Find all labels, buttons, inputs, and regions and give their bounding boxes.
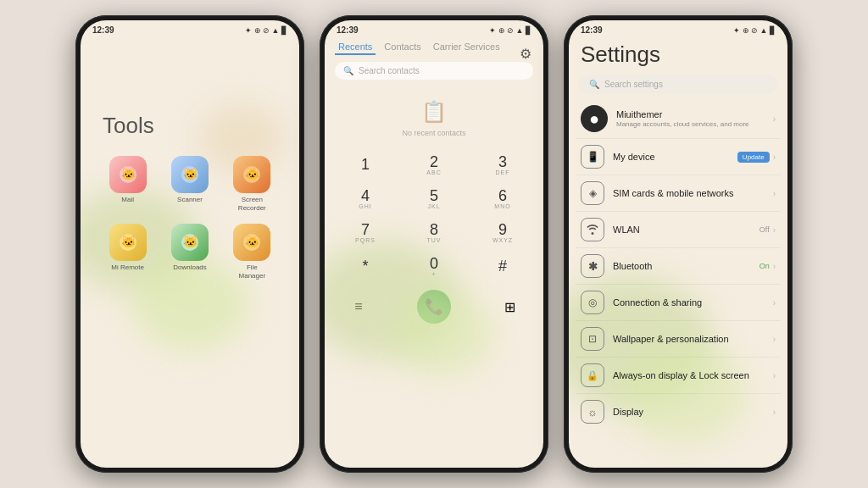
dialer-search-bar[interactable]: 🔍 Search contacts	[335, 62, 533, 80]
tab-carrier[interactable]: Carrier Services	[430, 40, 504, 55]
dial-key-1[interactable]: 1	[342, 149, 389, 180]
settings-item-mydevice[interactable]: 📱 My device Update ›	[576, 139, 781, 175]
settings-list: ● Miuithemer Manage accounts, cloud serv…	[569, 99, 787, 430]
connection-icon: ◎	[581, 291, 604, 314]
chevron-icon: ›	[773, 371, 776, 380]
dial-key-star[interactable]: *	[342, 251, 389, 281]
chevron-icon: ›	[773, 298, 776, 308]
miuithemer-sub: Manage accounts, cloud services, and mor…	[616, 120, 765, 128]
dial-row-3: 7PQRS 8TUV 9WXYZ	[342, 217, 526, 247]
dial-row-1: 1 2ABC 3DEF	[342, 149, 526, 180]
settings-item-wallpaper[interactable]: ⊡ Wallpaper & personalization ›	[576, 321, 781, 358]
dialer-tabs: Recents Contacts Carrier Services	[325, 36, 543, 58]
app-miremote-label: Mi Remote	[111, 263, 144, 272]
app-filemanager-icon[interactable]: 🐱 FileManager	[227, 224, 277, 280]
dial-row-4: * 0+ #	[342, 251, 526, 281]
app-recorder-icon[interactable]: 🐱 ScreenRecorder	[227, 156, 277, 212]
no-recents-label: No recent contacts	[402, 129, 465, 137]
status-icons-2: ✦ ⊕ ⊘ ▲ ▊	[489, 26, 531, 35]
sim-name: SIM cards & mobile networks	[613, 188, 765, 198]
dialpad: 1 2ABC 3DEF 4GHI 5JKL 6MNO 7PQRS 8TUV 9W…	[325, 146, 543, 281]
app-miremote-icon[interactable]: 🐱 Mi Remote	[103, 224, 153, 280]
no-recents-icon: 📋	[421, 100, 447, 124]
settings-item-wlan[interactable]: WLAN Off ›	[576, 212, 781, 248]
app-scanner-icon[interactable]: 🐱 Scanner	[164, 156, 214, 212]
mydevice-icon: 📱	[581, 145, 604, 169]
settings-search-placeholder: Search settings	[604, 80, 663, 89]
sim-icon: ◈	[581, 181, 604, 205]
chevron-icon: ›	[773, 114, 776, 124]
svg-text:🐱: 🐱	[120, 235, 136, 249]
settings-item-connection[interactable]: ◎ Connection & sharing ›	[576, 285, 781, 321]
status-bar-2: 12:39 ✦ ⊕ ⊘ ▲ ▊	[325, 20, 543, 36]
settings-search-bar[interactable]: 🔍 Search settings	[579, 75, 777, 94]
dial-menu-button[interactable]: ≡	[342, 290, 376, 324]
wlan-status: Off	[760, 225, 770, 234]
app-recorder-label: ScreenRecorder	[238, 196, 266, 212]
bluetooth-name: Bluetooth	[613, 261, 751, 271]
svg-text:🐱: 🐱	[245, 235, 260, 249]
gear-icon[interactable]: ⚙	[520, 46, 531, 62]
app-scanner-label: Scanner	[177, 196, 203, 204]
tab-contacts[interactable]: Contacts	[381, 40, 424, 55]
dial-call-button[interactable]: 📞	[417, 290, 451, 324]
chevron-icon: ›	[773, 335, 776, 344]
wallpaper-icon: ⊡	[581, 327, 604, 351]
dial-key-8[interactable]: 8TUV	[410, 217, 458, 247]
dial-key-7[interactable]: 7PQRS	[342, 217, 389, 247]
display-name: Display	[613, 407, 765, 417]
bluetooth-icon: ✱	[581, 254, 604, 278]
settings-item-miuithemer[interactable]: ● Miuithemer Manage accounts, cloud serv…	[576, 99, 781, 139]
lock-icon: 🔒	[581, 363, 604, 387]
status-bar-1: 12:39 ✦ ⊕ ⊘ ▲ ▊	[81, 20, 299, 36]
app-downloads-icon[interactable]: 🐱 Downloads	[164, 224, 214, 280]
app-grid: 🐱 Mail 🐱 Scanner 🐱 ScreenRecorder	[103, 156, 277, 280]
dial-key-6[interactable]: 6MNO	[479, 183, 526, 214]
settings-item-bluetooth[interactable]: ✱ Bluetooth On ›	[576, 248, 781, 285]
aod-name: Always-on display & Lock screen	[613, 370, 765, 380]
chevron-icon: ›	[773, 152, 776, 162]
update-badge: Update	[737, 152, 770, 163]
dial-key-4[interactable]: 4GHI	[342, 183, 389, 214]
dial-key-5[interactable]: 5JKL	[410, 183, 458, 214]
svg-text:🐱: 🐱	[245, 167, 260, 181]
app-filemanager-label: FileManager	[239, 263, 266, 280]
status-bar-3: 12:39 ✦ ⊕ ⊘ ▲ ▊	[569, 20, 787, 36]
dial-keypad-button[interactable]: ⊞	[492, 290, 526, 324]
chevron-icon: ›	[773, 408, 776, 417]
status-time-1: 12:39	[92, 25, 114, 35]
status-time-2: 12:39	[337, 25, 359, 35]
app-mail-icon[interactable]: 🐱 Mail	[103, 156, 153, 212]
svg-text:🐱: 🐱	[182, 167, 198, 181]
status-icons-3: ✦ ⊕ ⊘ ▲ ▊	[733, 26, 776, 35]
display-icon: ☼	[581, 400, 604, 424]
search-icon: 🔍	[343, 66, 353, 75]
dial-row-2: 4GHI 5JKL 6MNO	[342, 183, 526, 214]
tab-recents[interactable]: Recents	[335, 40, 376, 55]
settings-item-aod[interactable]: 🔒 Always-on display & Lock screen ›	[576, 358, 781, 394]
status-time-3: 12:39	[581, 25, 603, 35]
svg-text:🐱: 🐱	[182, 235, 198, 249]
wlan-name: WLAN	[613, 225, 751, 235]
dial-key-3[interactable]: 3DEF	[479, 149, 526, 180]
chevron-icon: ›	[773, 189, 776, 198]
svg-text:🐱: 🐱	[120, 167, 136, 181]
tools-label: Tools	[103, 113, 286, 139]
wallpaper-name: Wallpaper & personalization	[613, 334, 765, 344]
wifi-icon	[581, 218, 604, 241]
settings-item-sim[interactable]: ◈ SIM cards & mobile networks ›	[576, 175, 781, 212]
search-icon: 🔍	[589, 80, 599, 89]
dial-key-2[interactable]: 2ABC	[410, 149, 458, 180]
dial-key-hash[interactable]: #	[479, 251, 526, 281]
chevron-icon: ›	[773, 262, 776, 271]
phone-1: 12:39 ✦ ⊕ ⊘ ▲ ▊ Tools 🐱 Mail 🐱 Scanner	[75, 15, 304, 473]
bluetooth-status: On	[760, 262, 770, 270]
phone-2: 12:39 ✦ ⊕ ⊘ ▲ ▊ ⚙ Recents Contacts Carri…	[320, 15, 548, 473]
miuithemer-icon: ●	[581, 105, 608, 132]
phone-3: 12:39 ✦ ⊕ ⊘ ▲ ▊ Settings 🔍 Search settin…	[564, 15, 793, 473]
status-icons-1: ✦ ⊕ ⊘ ▲ ▊	[245, 26, 287, 35]
dial-key-0[interactable]: 0+	[410, 251, 458, 281]
mydevice-name: My device	[613, 152, 729, 162]
settings-item-display[interactable]: ☼ Display ›	[576, 394, 781, 430]
dial-key-9[interactable]: 9WXYZ	[479, 217, 526, 247]
